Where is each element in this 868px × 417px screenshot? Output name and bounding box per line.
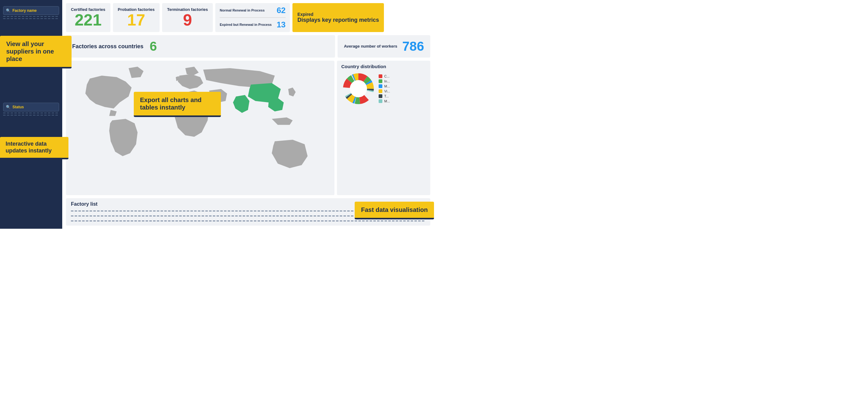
- middle-section: Country distribution: [66, 61, 430, 195]
- factories-countries-label: Factories across countries: [72, 43, 144, 50]
- legend-label-3: M...: [384, 84, 390, 88]
- donut-chart: [341, 71, 375, 106]
- normal-renewal-label: Normal Renewal in Process: [220, 8, 265, 12]
- second-row: Factories across countries 6 Average num…: [66, 35, 430, 58]
- avg-workers-value: 786: [402, 39, 424, 54]
- japan: [288, 87, 296, 96]
- termination-value: 9: [183, 12, 192, 28]
- legend-dot-2: [379, 79, 382, 83]
- legend-item-3: M...: [379, 84, 390, 88]
- expired-renewal-value: 13: [277, 20, 286, 30]
- dash-line: [3, 18, 59, 19]
- legend-dot-4: [379, 89, 382, 93]
- fast-viz-callout: Fast data visualisation: [355, 202, 434, 219]
- legend-label-4: Vi...: [384, 89, 390, 93]
- europe: [178, 74, 204, 89]
- legend-dot-5: [379, 94, 382, 98]
- australia: [272, 140, 308, 168]
- factory-list-title: Factory list: [71, 201, 97, 207]
- normal-renewal-row: Normal Renewal in Process 62: [220, 6, 286, 15]
- legend-list: C... In... M...: [379, 75, 390, 103]
- chart-section: Country distribution: [337, 61, 430, 195]
- factory-name-search[interactable]: 🔍 Factory name: [3, 6, 59, 15]
- china-highlighted: [248, 83, 281, 102]
- stats-row: Certified factories 221 Probation factor…: [66, 3, 430, 32]
- country-dist-title: Country distribution: [341, 64, 426, 69]
- legend-label-2: In...: [384, 79, 390, 83]
- expired-card: Expired Displays key reporting metrics: [292, 3, 384, 32]
- country-distribution-card: Country distribution: [337, 61, 430, 195]
- legend-item-5: T...: [379, 94, 390, 98]
- dash-line: [3, 113, 59, 113]
- probation-value: 17: [127, 12, 145, 28]
- export-charts-text: Export all charts and tables instantly: [140, 96, 202, 111]
- termination-factories-card: Termination factories 9: [162, 3, 213, 32]
- expired-renewal-label: Expired but Renewal in Process: [220, 23, 272, 27]
- south-america: [109, 119, 137, 156]
- status-search[interactable]: 🔍 Status: [3, 103, 59, 111]
- legend-label-1: C...: [384, 75, 390, 78]
- donut-center: [350, 80, 367, 97]
- legend-dot-1: [379, 75, 382, 78]
- status-label: Status: [12, 105, 24, 109]
- donut-svg: [341, 71, 375, 106]
- renewal-card: Normal Renewal in Process 62 Expired but…: [215, 3, 290, 32]
- factory-dashes-3: [71, 219, 425, 222]
- view-suppliers-callout: View all your suppliers in one place: [0, 36, 71, 68]
- fast-viz-text: Fast data visualisation: [361, 206, 428, 213]
- factories-countries-value: 6: [150, 39, 157, 54]
- greenland: [128, 67, 144, 78]
- dash-line: [3, 115, 59, 115]
- main-content: Certified factories 221 Probation factor…: [62, 0, 434, 229]
- scandinavia: [185, 67, 199, 76]
- dash-line: [3, 16, 59, 17]
- probation-factories-card: Probation factories 17: [113, 3, 160, 32]
- avg-workers-label: Average number of workers: [344, 44, 397, 49]
- certified-factories-card: Certified factories 221: [66, 3, 111, 32]
- dash-line: [71, 221, 425, 221]
- expired-renewal-row: Expired but Renewal in Process 13: [220, 20, 286, 30]
- legend-dot-3: [379, 84, 382, 88]
- displays-metrics-text: Displays key reporting metrics: [298, 17, 379, 24]
- normal-renewal-value: 62: [277, 6, 286, 15]
- donut-legend-row: C... In... M...: [341, 71, 426, 106]
- certified-value: 221: [75, 12, 102, 28]
- interactive-data-text: Interactive data updates instantly: [6, 141, 52, 154]
- dashes-1: [3, 15, 59, 20]
- legend-item-2: In...: [379, 79, 390, 83]
- search-icon-3: 🔍: [6, 105, 10, 109]
- map-svg: [66, 61, 335, 195]
- interactive-data-callout: Interactive data updates instantly: [0, 137, 68, 159]
- india-highlighted: [233, 95, 249, 113]
- dashes-3: [3, 111, 59, 117]
- central-america: [109, 110, 117, 116]
- view-suppliers-text: View all your suppliers in one place: [6, 40, 54, 62]
- expired-title: Expired: [298, 12, 313, 17]
- legend-item-6: M...: [379, 99, 390, 103]
- stat-divider: [220, 18, 286, 18]
- sidebar: 🔍 Factory name 🔍 Country: [0, 0, 62, 229]
- legend-item-4: Vi...: [379, 89, 390, 93]
- world-map: [66, 61, 335, 195]
- north-america: [85, 76, 132, 108]
- legend-label-6: M...: [384, 99, 390, 103]
- legend-item-1: C...: [379, 75, 390, 78]
- search-icon-1: 🔍: [6, 8, 10, 13]
- factories-countries-card: Factories across countries 6: [66, 35, 335, 58]
- legend-dot-6: [379, 99, 382, 103]
- indonesia: [272, 117, 293, 125]
- export-charts-callout: Export all charts and tables instantly: [134, 92, 221, 117]
- factory-name-label: Factory name: [12, 8, 37, 13]
- avg-workers-card: Average number of workers 786: [338, 35, 430, 58]
- legend-label-5: T...: [384, 94, 389, 98]
